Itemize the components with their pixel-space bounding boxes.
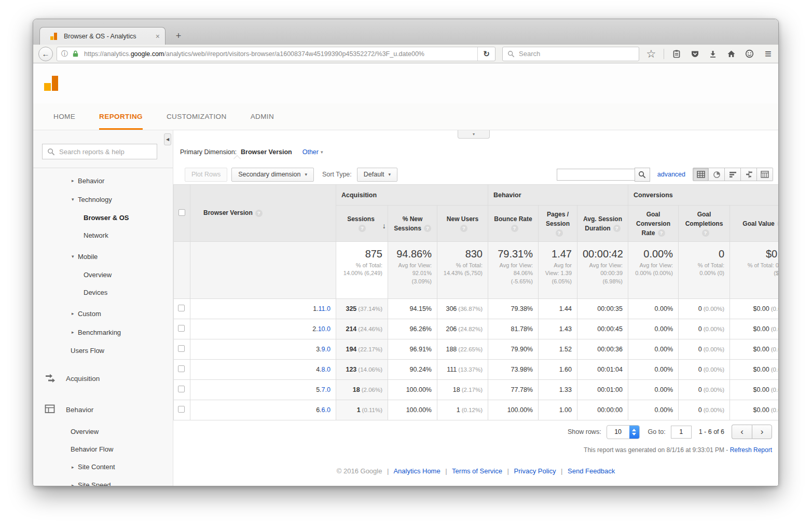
- search-icon: [638, 171, 646, 179]
- new-tab-button[interactable]: +: [171, 29, 186, 43]
- home-icon[interactable]: [725, 48, 737, 60]
- footer-link-feedback[interactable]: Send Feedback: [568, 467, 615, 475]
- col-avg-session-duration[interactable]: Avg. Session Duration?: [577, 206, 628, 242]
- goto-page-input[interactable]: [671, 426, 692, 439]
- show-rows-select[interactable]: 10: [607, 425, 640, 439]
- browser-version-link[interactable]: 8.0: [322, 366, 331, 373]
- view-comparison-button[interactable]: [741, 168, 757, 181]
- help-icon[interactable]: ?: [613, 225, 621, 232]
- footer-link-analytics-home[interactable]: Analytics Home: [393, 467, 440, 475]
- help-icon[interactable]: ?: [424, 225, 431, 232]
- browser-tab[interactable]: Browser & OS - Analytics ×: [39, 27, 166, 45]
- secondary-dimension-button[interactable]: Secondary dimension ▾: [231, 168, 314, 182]
- help-icon[interactable]: ?: [359, 225, 366, 232]
- col-goal-completions[interactable]: Goal Completions?: [679, 206, 730, 242]
- view-percentage-button[interactable]: [709, 168, 725, 181]
- sidebar-item-mobile[interactable]: ▾Mobile: [33, 247, 173, 266]
- table-search-input[interactable]: [557, 169, 635, 181]
- footer-link-terms[interactable]: Terms of Service: [452, 467, 502, 475]
- refresh-report-link[interactable]: Refresh Report: [730, 446, 772, 454]
- col-new-sessions[interactable]: % New Sessions?: [388, 206, 437, 242]
- select-all-checkbox[interactable]: [178, 209, 185, 216]
- browser-version-link[interactable]: 9.0: [322, 346, 331, 353]
- sidebar-item-browser-os[interactable]: Browser & OS: [33, 209, 173, 226]
- col-pages-session[interactable]: Pages / Session?: [539, 206, 577, 242]
- browser-version-link[interactable]: 6.0: [322, 406, 331, 414]
- sidebar-item-users-flow[interactable]: Users Flow: [33, 342, 173, 359]
- sidebar-item-devices[interactable]: Devices: [33, 283, 173, 301]
- browser-version-link[interactable]: 7.0: [322, 386, 331, 393]
- row-checkbox[interactable]: [178, 345, 185, 352]
- next-page-button[interactable]: ›: [752, 425, 772, 439]
- help-icon[interactable]: ?: [255, 210, 263, 217]
- tab-admin[interactable]: ADMIN: [251, 103, 274, 130]
- view-pivot-button[interactable]: [757, 168, 773, 181]
- advanced-search-link[interactable]: advanced: [657, 171, 685, 178]
- col-browser-version[interactable]: Browser Version: [203, 209, 253, 216]
- previous-page-button[interactable]: ‹: [732, 425, 752, 439]
- sort-type-button[interactable]: Default ▾: [357, 168, 397, 182]
- row-checkbox[interactable]: [178, 406, 185, 413]
- sidebar-section-acquisition[interactable]: Acquisition: [33, 366, 173, 390]
- sidebar-collapse-button[interactable]: ◀: [164, 133, 171, 145]
- pocket-icon[interactable]: [689, 48, 700, 60]
- sidebar-item-mobile-overview[interactable]: Overview: [33, 266, 173, 283]
- row-checkbox[interactable]: [178, 365, 185, 372]
- help-icon[interactable]: ?: [511, 225, 518, 232]
- view-toggle-group: [693, 168, 773, 181]
- view-table-button[interactable]: [693, 168, 709, 181]
- reading-list-icon[interactable]: [671, 48, 682, 60]
- sidebar-item-behavior-overview[interactable]: Overview: [33, 422, 173, 440]
- browser-tab-bar: Browser & OS - Analytics × +: [33, 19, 778, 45]
- browser-version-link[interactable]: 11.0: [319, 305, 331, 312]
- col-new-users[interactable]: New Users?: [437, 206, 488, 242]
- chevron-right-icon: ▸: [72, 465, 74, 470]
- sidebar-item-technology[interactable]: ▾Technology: [33, 190, 173, 209]
- tab-customization[interactable]: CUSTOMIZATION: [167, 103, 227, 130]
- help-icon[interactable]: ?: [777, 220, 778, 227]
- sort-type-label: Sort Type:: [322, 171, 352, 178]
- footer-link-privacy[interactable]: Privacy Policy: [514, 467, 556, 475]
- sidebar-section-behavior[interactable]: Behavior: [33, 398, 173, 421]
- row-checkbox[interactable]: [178, 386, 185, 392]
- back-button[interactable]: ←: [38, 47, 53, 61]
- col-goal-conversion-rate[interactable]: Goal Conversion Rate?: [628, 206, 679, 242]
- help-icon[interactable]: ?: [658, 229, 665, 237]
- reload-button[interactable]: ↻: [477, 47, 495, 61]
- help-icon[interactable]: ?: [460, 225, 467, 232]
- url-bar[interactable]: ⓘ https://analytics.google.com/analytics…: [57, 47, 496, 61]
- browser-version-link[interactable]: 10.0: [318, 325, 331, 333]
- sidebar-item-behavior-flow[interactable]: Behavior Flow: [33, 440, 173, 458]
- primary-dimension-value[interactable]: Browser Version: [241, 148, 292, 156]
- sidebar-item-custom[interactable]: ▸Custom: [33, 304, 173, 323]
- help-icon[interactable]: ?: [702, 229, 709, 237]
- row-checkbox[interactable]: [178, 325, 185, 332]
- browser-search-field[interactable]: Search: [502, 47, 639, 61]
- sidebar-item-network[interactable]: Network: [33, 226, 173, 244]
- row-checkbox[interactable]: [178, 305, 185, 311]
- tab-home[interactable]: HOME: [53, 103, 75, 130]
- help-icon[interactable]: ?: [556, 229, 563, 237]
- sidebar-item-benchmarking[interactable]: ▸Benchmarking: [33, 323, 173, 342]
- table-search-button[interactable]: [635, 168, 650, 182]
- sidebar-item-site-speed[interactable]: ▸Site Speed: [33, 476, 173, 486]
- col-sessions[interactable]: Sessions↓?: [336, 206, 388, 242]
- menu-icon[interactable]: ≡: [765, 47, 772, 61]
- chevron-down-icon: ▾: [305, 172, 308, 177]
- col-bounce-rate[interactable]: Bounce Rate?: [488, 206, 539, 242]
- tab-close-icon[interactable]: ×: [156, 32, 160, 40]
- sidebar-item-behavior-audience[interactable]: ▸Behavior: [33, 171, 173, 190]
- col-goal-value[interactable]: Goal Value?: [730, 206, 778, 242]
- sidebar-search[interactable]: Search reports & help: [42, 144, 157, 159]
- pivot-icon: [761, 171, 769, 178]
- bookmark-star-icon[interactable]: ☆: [645, 48, 657, 60]
- tab-reporting[interactable]: REPORTING: [99, 103, 143, 130]
- page-info-icon[interactable]: ⓘ: [61, 49, 68, 59]
- analytics-nav: HOME REPORTING CUSTOMIZATION ADMIN: [33, 103, 778, 130]
- view-performance-button[interactable]: [725, 168, 741, 181]
- sidebar-item-site-content[interactable]: ▸Site Content: [33, 458, 173, 476]
- feedback-smiley-icon[interactable]: [744, 48, 755, 60]
- other-dimension-link[interactable]: Other: [302, 148, 319, 156]
- plot-rows-button[interactable]: Plot Rows: [185, 168, 227, 182]
- download-icon[interactable]: [707, 48, 719, 60]
